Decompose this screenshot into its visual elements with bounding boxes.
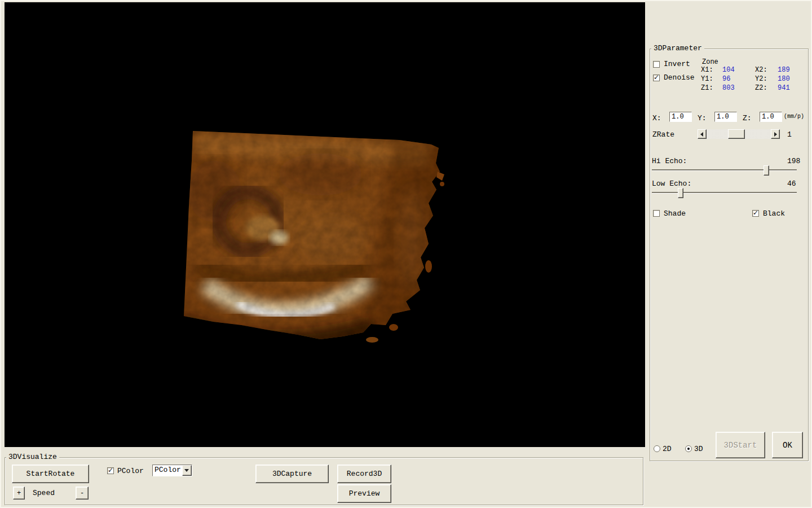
hi-echo-slider-thumb[interactable] <box>764 165 769 176</box>
zone-z1-value: 803 <box>722 84 735 92</box>
shade-checkbox[interactable] <box>653 210 660 217</box>
zone-y2-label: Y2: <box>755 75 767 83</box>
speed-plus-button[interactable]: + <box>13 487 25 500</box>
zone-title: Zone <box>702 58 718 66</box>
low-echo-slider-thumb[interactable] <box>678 188 683 198</box>
hi-echo-slider-track[interactable] <box>652 169 797 171</box>
scale-unit-label: (mm/p) <box>784 113 804 120</box>
z-scale-input[interactable] <box>760 112 782 122</box>
parameter-groupbox: 3DParameter Invert Denoise Zone X1: 104 … <box>650 49 809 461</box>
visualize-groupbox: 3DVisualize StartRotate PColor PColor 3D… <box>5 457 643 505</box>
low-echo-slider-track[interactable] <box>652 192 797 194</box>
low-echo-value: 46 <box>787 179 796 188</box>
zrate-label: ZRate <box>652 130 674 139</box>
zrate-scrollbar[interactable] <box>698 129 780 139</box>
zone-x2-label: X2: <box>755 66 767 74</box>
zone-z2-value: 941 <box>778 84 790 92</box>
mode-3d-radio[interactable] <box>685 445 692 452</box>
hi-echo-label: Hi Echo: <box>652 157 687 165</box>
zone-y1-value: 96 <box>722 75 730 83</box>
y-scale-input[interactable] <box>714 112 737 122</box>
ultrasound-volume-render <box>5 2 645 447</box>
x-scale-input[interactable] <box>669 112 692 122</box>
preview-button[interactable]: Preview <box>337 484 391 503</box>
shade-label: Shade <box>664 209 686 218</box>
x-scale-label: X: <box>652 114 661 122</box>
denoise-checkbox[interactable] <box>653 75 660 81</box>
zrate-scroll-left-icon[interactable] <box>698 129 707 139</box>
parameter-groupbox-title: 3DParameter <box>651 44 704 53</box>
zone-y2-value: 180 <box>778 75 790 83</box>
zone-z1-label: Z1: <box>701 84 713 92</box>
3dcapture-button[interactable]: 3DCapture <box>255 465 329 483</box>
pcolor-checkbox[interactable] <box>107 467 114 474</box>
chevron-down-icon[interactable] <box>182 465 192 476</box>
invert-label: Invert <box>664 60 690 68</box>
zone-x2-value: 189 <box>778 66 790 74</box>
ok-button[interactable]: OK <box>772 432 803 458</box>
pcolor-dropdown[interactable]: PColor <box>152 465 192 476</box>
zrate-value: 1 <box>787 130 792 139</box>
zrate-scroll-right-icon[interactable] <box>771 129 780 139</box>
mode-3d-label: 3D <box>694 445 703 453</box>
zone-y1-label: Y1: <box>701 75 713 83</box>
black-checkbox[interactable] <box>752 210 759 217</box>
start-rotate-button[interactable]: StartRotate <box>12 465 89 483</box>
application-window: 3DParameter Invert Denoise Zone X1: 104 … <box>0 0 812 508</box>
3dstart-button: 3DStart <box>716 432 765 458</box>
zone-z2-label: Z2: <box>755 84 767 92</box>
visualize-groupbox-title: 3DVisualize <box>6 453 59 462</box>
invert-checkbox[interactable] <box>653 61 660 68</box>
z-scale-label: Z: <box>743 114 752 122</box>
zrate-scroll-thumb[interactable] <box>728 129 745 139</box>
record3d-button[interactable]: Record3D <box>337 465 391 483</box>
pcolor-label: PColor <box>117 467 144 475</box>
black-label: Black <box>763 209 785 218</box>
y-scale-label: Y: <box>698 114 707 122</box>
zrate-scroll-track[interactable] <box>707 129 771 139</box>
hi-echo-value: 198 <box>787 157 800 165</box>
speed-minus-button[interactable]: - <box>76 487 89 500</box>
low-echo-label: Low Echo: <box>652 179 691 188</box>
speed-label: Speed <box>33 489 55 497</box>
mode-2d-radio[interactable] <box>654 445 660 452</box>
pcolor-dropdown-value: PColor <box>153 465 182 476</box>
zone-x1-label: X1: <box>701 66 713 74</box>
denoise-label: Denoise <box>664 73 695 82</box>
mode-2d-label: 2D <box>663 445 672 453</box>
zone-x1-value: 104 <box>722 66 735 74</box>
render-viewport[interactable] <box>5 2 645 447</box>
